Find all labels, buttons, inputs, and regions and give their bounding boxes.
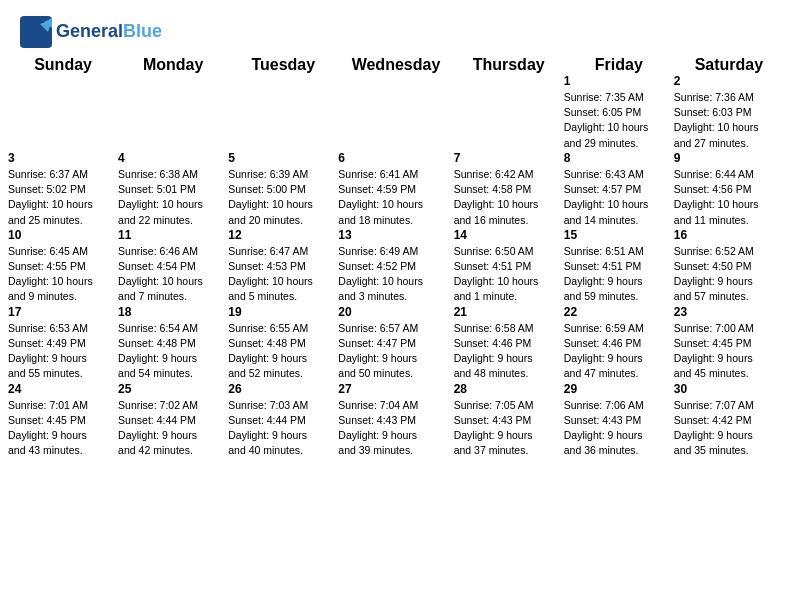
calendar-cell [228, 74, 338, 151]
day-number: 5 [228, 151, 338, 165]
day-info: Sunrise: 6:39 AM Sunset: 5:00 PM Dayligh… [228, 167, 338, 228]
day-info: Sunrise: 7:01 AM Sunset: 4:45 PM Dayligh… [8, 398, 118, 459]
day-info: Sunrise: 7:04 AM Sunset: 4:43 PM Dayligh… [338, 398, 453, 459]
day-info: Sunrise: 6:59 AM Sunset: 4:46 PM Dayligh… [564, 321, 674, 382]
day-info: Sunrise: 7:35 AM Sunset: 6:05 PM Dayligh… [564, 90, 674, 151]
calendar-cell: 17Sunrise: 6:53 AM Sunset: 4:49 PM Dayli… [8, 305, 118, 382]
calendar-cell: 4Sunrise: 6:38 AM Sunset: 5:01 PM Daylig… [118, 151, 228, 228]
calendar-header-row: SundayMondayTuesdayWednesdayThursdayFrid… [8, 56, 784, 74]
calendar-week-3: 10Sunrise: 6:45 AM Sunset: 4:55 PM Dayli… [8, 228, 784, 305]
calendar-wrapper: SundayMondayTuesdayWednesdayThursdayFrid… [0, 56, 792, 466]
day-info: Sunrise: 7:06 AM Sunset: 4:43 PM Dayligh… [564, 398, 674, 459]
calendar-table: SundayMondayTuesdayWednesdayThursdayFrid… [8, 56, 784, 458]
calendar-cell: 7Sunrise: 6:42 AM Sunset: 4:58 PM Daylig… [454, 151, 564, 228]
day-number: 27 [338, 382, 453, 396]
day-info: Sunrise: 7:07 AM Sunset: 4:42 PM Dayligh… [674, 398, 784, 459]
day-number: 15 [564, 228, 674, 242]
calendar-cell [338, 74, 453, 151]
calendar-cell: 28Sunrise: 7:05 AM Sunset: 4:43 PM Dayli… [454, 382, 564, 459]
day-info: Sunrise: 6:45 AM Sunset: 4:55 PM Dayligh… [8, 244, 118, 305]
day-info: Sunrise: 6:37 AM Sunset: 5:02 PM Dayligh… [8, 167, 118, 228]
calendar-cell: 23Sunrise: 7:00 AM Sunset: 4:45 PM Dayli… [674, 305, 784, 382]
day-number: 24 [8, 382, 118, 396]
day-number: 13 [338, 228, 453, 242]
calendar-cell: 9Sunrise: 6:44 AM Sunset: 4:56 PM Daylig… [674, 151, 784, 228]
logo: GeneralBlue [20, 16, 162, 48]
day-number: 20 [338, 305, 453, 319]
calendar-cell: 8Sunrise: 6:43 AM Sunset: 4:57 PM Daylig… [564, 151, 674, 228]
day-number: 16 [674, 228, 784, 242]
day-info: Sunrise: 6:49 AM Sunset: 4:52 PM Dayligh… [338, 244, 453, 305]
day-number: 1 [564, 74, 674, 88]
calendar-cell: 10Sunrise: 6:45 AM Sunset: 4:55 PM Dayli… [8, 228, 118, 305]
day-number: 26 [228, 382, 338, 396]
day-number: 12 [228, 228, 338, 242]
day-header-wednesday: Wednesday [338, 56, 453, 74]
calendar-cell: 26Sunrise: 7:03 AM Sunset: 4:44 PM Dayli… [228, 382, 338, 459]
calendar-cell: 29Sunrise: 7:06 AM Sunset: 4:43 PM Dayli… [564, 382, 674, 459]
day-info: Sunrise: 6:53 AM Sunset: 4:49 PM Dayligh… [8, 321, 118, 382]
day-number: 9 [674, 151, 784, 165]
day-header-thursday: Thursday [454, 56, 564, 74]
day-number: 23 [674, 305, 784, 319]
day-number: 25 [118, 382, 228, 396]
calendar-week-4: 17Sunrise: 6:53 AM Sunset: 4:49 PM Dayli… [8, 305, 784, 382]
calendar-cell: 21Sunrise: 6:58 AM Sunset: 4:46 PM Dayli… [454, 305, 564, 382]
day-info: Sunrise: 6:57 AM Sunset: 4:47 PM Dayligh… [338, 321, 453, 382]
day-header-saturday: Saturday [674, 56, 784, 74]
calendar-cell: 3Sunrise: 6:37 AM Sunset: 5:02 PM Daylig… [8, 151, 118, 228]
day-info: Sunrise: 6:46 AM Sunset: 4:54 PM Dayligh… [118, 244, 228, 305]
calendar-cell: 12Sunrise: 6:47 AM Sunset: 4:53 PM Dayli… [228, 228, 338, 305]
calendar-cell: 16Sunrise: 6:52 AM Sunset: 4:50 PM Dayli… [674, 228, 784, 305]
calendar-cell: 5Sunrise: 6:39 AM Sunset: 5:00 PM Daylig… [228, 151, 338, 228]
day-number: 3 [8, 151, 118, 165]
day-info: Sunrise: 6:52 AM Sunset: 4:50 PM Dayligh… [674, 244, 784, 305]
calendar-cell [118, 74, 228, 151]
day-number: 6 [338, 151, 453, 165]
calendar-week-1: 1Sunrise: 7:35 AM Sunset: 6:05 PM Daylig… [8, 74, 784, 151]
day-info: Sunrise: 6:47 AM Sunset: 4:53 PM Dayligh… [228, 244, 338, 305]
logo-text: GeneralBlue [56, 22, 162, 42]
calendar-cell: 27Sunrise: 7:04 AM Sunset: 4:43 PM Dayli… [338, 382, 453, 459]
calendar-cell: 2Sunrise: 7:36 AM Sunset: 6:03 PM Daylig… [674, 74, 784, 151]
calendar-cell: 1Sunrise: 7:35 AM Sunset: 6:05 PM Daylig… [564, 74, 674, 151]
calendar-cell: 6Sunrise: 6:41 AM Sunset: 4:59 PM Daylig… [338, 151, 453, 228]
logo-icon [20, 16, 52, 48]
day-info: Sunrise: 7:36 AM Sunset: 6:03 PM Dayligh… [674, 90, 784, 151]
calendar-cell: 25Sunrise: 7:02 AM Sunset: 4:44 PM Dayli… [118, 382, 228, 459]
calendar-cell: 13Sunrise: 6:49 AM Sunset: 4:52 PM Dayli… [338, 228, 453, 305]
calendar-cell [454, 74, 564, 151]
day-info: Sunrise: 6:43 AM Sunset: 4:57 PM Dayligh… [564, 167, 674, 228]
day-header-monday: Monday [118, 56, 228, 74]
calendar-cell: 19Sunrise: 6:55 AM Sunset: 4:48 PM Dayli… [228, 305, 338, 382]
day-info: Sunrise: 6:54 AM Sunset: 4:48 PM Dayligh… [118, 321, 228, 382]
day-number: 28 [454, 382, 564, 396]
day-number: 8 [564, 151, 674, 165]
day-info: Sunrise: 7:00 AM Sunset: 4:45 PM Dayligh… [674, 321, 784, 382]
day-info: Sunrise: 7:02 AM Sunset: 4:44 PM Dayligh… [118, 398, 228, 459]
day-info: Sunrise: 6:50 AM Sunset: 4:51 PM Dayligh… [454, 244, 564, 305]
day-info: Sunrise: 6:55 AM Sunset: 4:48 PM Dayligh… [228, 321, 338, 382]
calendar-cell: 15Sunrise: 6:51 AM Sunset: 4:51 PM Dayli… [564, 228, 674, 305]
day-info: Sunrise: 6:44 AM Sunset: 4:56 PM Dayligh… [674, 167, 784, 228]
calendar-week-5: 24Sunrise: 7:01 AM Sunset: 4:45 PM Dayli… [8, 382, 784, 459]
day-number: 7 [454, 151, 564, 165]
day-number: 21 [454, 305, 564, 319]
header: GeneralBlue [0, 0, 792, 56]
day-number: 18 [118, 305, 228, 319]
day-header-tuesday: Tuesday [228, 56, 338, 74]
day-number: 22 [564, 305, 674, 319]
calendar-cell: 20Sunrise: 6:57 AM Sunset: 4:47 PM Dayli… [338, 305, 453, 382]
day-info: Sunrise: 6:41 AM Sunset: 4:59 PM Dayligh… [338, 167, 453, 228]
calendar-cell: 24Sunrise: 7:01 AM Sunset: 4:45 PM Dayli… [8, 382, 118, 459]
day-number: 10 [8, 228, 118, 242]
day-number: 19 [228, 305, 338, 319]
day-number: 4 [118, 151, 228, 165]
day-number: 14 [454, 228, 564, 242]
day-number: 2 [674, 74, 784, 88]
day-number: 17 [8, 305, 118, 319]
day-info: Sunrise: 6:58 AM Sunset: 4:46 PM Dayligh… [454, 321, 564, 382]
day-number: 29 [564, 382, 674, 396]
calendar-cell: 11Sunrise: 6:46 AM Sunset: 4:54 PM Dayli… [118, 228, 228, 305]
calendar-week-2: 3Sunrise: 6:37 AM Sunset: 5:02 PM Daylig… [8, 151, 784, 228]
